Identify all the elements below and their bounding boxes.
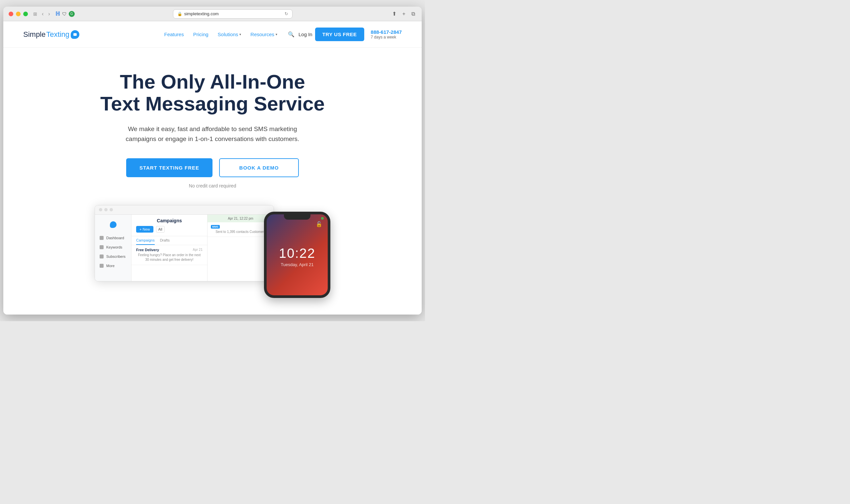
campaign-name: Free Delivery [136, 248, 159, 252]
search-button[interactable]: 🔍 [287, 30, 296, 39]
app-dot-3 [109, 208, 113, 211]
extension-icons: ℍ 🛡 G [55, 11, 75, 17]
nav-links: Features Pricing Solutions ▾ Resources ▾ [164, 32, 277, 37]
dashboard-icon [100, 236, 104, 240]
reload-icon[interactable]: ↻ [284, 11, 288, 16]
hero-subtitle: We make it easy, fast and affordable to … [123, 124, 302, 144]
forward-button[interactable]: › [47, 10, 51, 18]
phone-lock-icon: 🔓 [316, 221, 323, 227]
campaign-item[interactable]: Free Delivery Apr 21 Feeling hungry? Pla… [132, 245, 207, 265]
phone-mockup: 🔓 10:22 Tuesday, April 21 [264, 212, 330, 298]
sidebar-item-subscribers[interactable]: Subscribers [95, 252, 131, 261]
nav-phone: 888-617-2847 7 days a week [371, 29, 402, 39]
app-body: Dashboard Keywords Subscribers [95, 215, 274, 281]
no-credit-card-note: No credit card required [23, 183, 402, 188]
share-button[interactable]: ⬆ [391, 9, 398, 18]
hero-title: The Only All-In-One Text Messaging Servi… [23, 71, 402, 115]
campaign-list: Free Delivery Apr 21 Feeling hungry? Pla… [132, 245, 207, 265]
app-window: Dashboard Keywords Subscribers [94, 205, 274, 281]
lock-icon: 🔒 [177, 12, 182, 16]
minimize-button[interactable] [16, 12, 21, 16]
logo[interactable]: Simple Texting [23, 30, 79, 39]
nav-resources[interactable]: Resources ▾ [250, 32, 277, 37]
sidebar-logo [95, 219, 131, 233]
phone-number[interactable]: 888-617-2847 [371, 29, 402, 35]
app-main: Campaigns + New All Campaigns Drafts [132, 215, 207, 281]
nav-pricing[interactable]: Pricing [193, 32, 209, 37]
hero-section: The Only All-In-One Text Messaging Servi… [3, 48, 422, 314]
url-bar[interactable]: 🔒 simpletexting.com ↻ [173, 9, 293, 19]
maximize-button[interactable] [23, 12, 28, 16]
campaign-desc: Feeling hungry? Place an order in the ne… [136, 253, 203, 262]
inbox-msg-title: MMS [211, 225, 270, 229]
new-campaign-button[interactable]: + New [136, 226, 153, 233]
campaign-date: Apr 21 [193, 248, 203, 252]
logo-bubble-icon [71, 30, 79, 39]
app-sidebar: Dashboard Keywords Subscribers [95, 215, 132, 281]
more-icon [100, 264, 104, 268]
logo-text-texting: Texting [46, 30, 69, 39]
app-tabs: Campaigns Drafts [132, 236, 207, 245]
start-texting-button[interactable]: START TEXTING FREE [126, 158, 212, 177]
app-header: Campaigns + New All [132, 215, 207, 236]
bookmark-icon: ℍ [55, 11, 60, 17]
dashboard-preview: Dashboard Keywords Subscribers [63, 205, 362, 298]
phone-status-dot [321, 217, 324, 220]
sidebar-logo-icon [110, 221, 117, 228]
drafts-tab[interactable]: Drafts [160, 236, 170, 245]
phone-sub: 7 days a week [371, 35, 396, 39]
new-tab-button[interactable]: + [401, 10, 407, 18]
page-content: Simple Texting Features Pricing Solution… [3, 21, 422, 314]
inbox-msg-detail: Sent to 1,395 contacts Customers [211, 230, 270, 234]
book-demo-button[interactable]: BOOK A DEMO [219, 158, 299, 177]
sidebar-item-keywords[interactable]: Keywords [95, 242, 131, 252]
browser-icons: ⊞ ‹ › [32, 10, 51, 18]
inbox-area: Apr 21, 12:22 pm MMS Sent to 1,395 conta… [207, 215, 274, 281]
url-bar-container: 🔒 simpletexting.com ↻ [79, 9, 387, 19]
phone-notch [284, 214, 310, 220]
back-button[interactable]: ‹ [40, 10, 45, 18]
browser-toolbar-right: ⬆ + ⧉ [391, 9, 416, 18]
sidebar-item-more[interactable]: More [95, 261, 131, 270]
mms-badge: MMS [211, 225, 220, 229]
browser-titlebar: ⊞ ‹ › ℍ 🛡 G 🔒 simpletexting.com ↻ ⬆ + ⧉ [3, 7, 422, 21]
nav-features[interactable]: Features [164, 32, 184, 37]
filter-dropdown[interactable]: All [156, 226, 165, 233]
logo-text-simple: Simple [23, 30, 46, 39]
app-dot-2 [104, 208, 108, 211]
keywords-icon [100, 245, 104, 249]
sidebar-item-dashboard[interactable]: Dashboard [95, 233, 131, 242]
close-button[interactable] [8, 12, 13, 16]
subscribers-icon [100, 254, 104, 258]
app-header-title: Campaigns [136, 218, 203, 223]
campaign-item-header: Free Delivery Apr 21 [136, 248, 203, 252]
hero-buttons: START TEXTING FREE BOOK A DEMO [23, 158, 402, 177]
solutions-chevron-icon: ▾ [239, 33, 241, 36]
app-dot-1 [99, 208, 102, 211]
campaigns-tab[interactable]: Campaigns [136, 236, 155, 245]
login-link[interactable]: Log In [296, 32, 315, 37]
navbar: Simple Texting Features Pricing Solution… [3, 21, 422, 48]
ext-icon: G [69, 11, 75, 17]
tabs-button[interactable]: ⧉ [410, 10, 416, 18]
phone-date: Tuesday, April 21 [281, 262, 314, 267]
resources-chevron-icon: ▾ [276, 33, 277, 36]
traffic-lights [8, 12, 28, 16]
nav-solutions[interactable]: Solutions ▾ [218, 32, 241, 37]
app-toolbar: + New All [136, 226, 203, 233]
phone-time: 10:22 [279, 246, 315, 261]
browser-window: ⊞ ‹ › ℍ 🛡 G 🔒 simpletexting.com ↻ ⬆ + ⧉ [3, 7, 422, 314]
app-window-titlebar [95, 205, 274, 215]
tab-view-button[interactable]: ⊞ [32, 10, 38, 18]
shield-icon: 🛡 [62, 11, 67, 17]
url-text: simpletexting.com [184, 11, 219, 16]
try-free-button[interactable]: TRY US FREE [315, 28, 364, 41]
